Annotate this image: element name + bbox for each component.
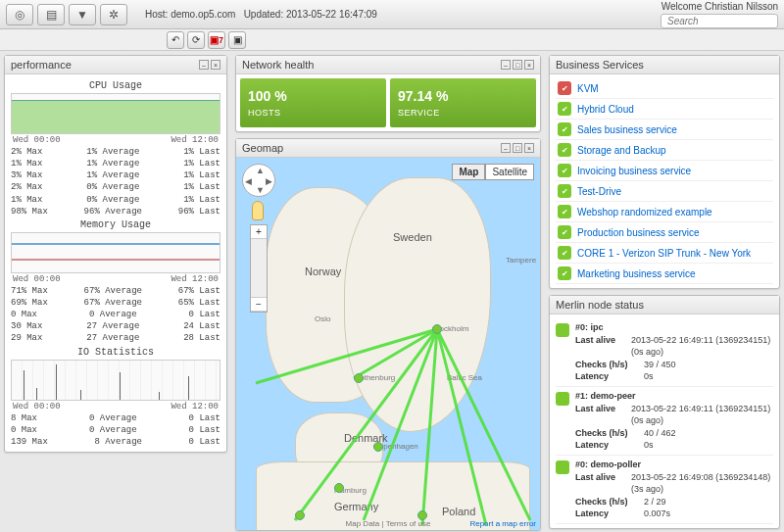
map-type-map[interactable]: Map [452, 164, 485, 180]
panel-close-icon[interactable]: × [211, 60, 220, 70]
svg-line-0 [256, 329, 437, 383]
host-alert-icon[interactable]: ▣7 [208, 31, 225, 49]
clipboard-icon[interactable]: ▤ [37, 4, 65, 25]
business-service-item[interactable]: ✔Webshop randomized example [556, 202, 773, 222]
stat-row: 8 Max0 Average0 Last [11, 412, 220, 424]
cpu-title: CPU Usage [11, 80, 220, 91]
shield-icon: ✔ [558, 81, 571, 95]
service-name: CORE 1 - Verizon SIP Trunk - New York [577, 248, 751, 259]
merlin-node: #0: demo-pollerLast alive2013-05-22 16:4… [556, 456, 773, 524]
service-name: Storage and Backup [577, 145, 666, 156]
shield-icon: ✔ [558, 143, 571, 157]
refresh-icon[interactable]: ⟳ [187, 31, 205, 49]
shield-icon: ✔ [558, 205, 571, 218]
svg-line-5 [437, 329, 530, 520]
shield-icon: ✔ [558, 246, 571, 260]
shield-icon: ✔ [558, 164, 571, 177]
panel-max-icon[interactable]: □ [513, 60, 522, 70]
network-health-panel: Network health –□× 100 % HOSTS 97.14 % S… [235, 55, 541, 132]
stat-row: 139 Max8 Average0 Last [11, 436, 220, 448]
stat-row: 1% Max0% Average1% Last [11, 194, 220, 206]
welcome-block: Welcome Christian Nilsson [661, 1, 778, 28]
network-health-title: Network health [242, 59, 314, 71]
service-name: Webshop randomized example [577, 207, 712, 218]
map-pan-control[interactable]: ▲▼◀▶ [242, 164, 275, 197]
svg-line-6 [354, 329, 437, 378]
shield-icon: ✔ [558, 184, 571, 198]
streetview-peg-icon[interactable] [252, 201, 264, 220]
shield-icon [556, 323, 569, 337]
service-name: Production business service [577, 227, 700, 238]
panel-min-icon[interactable]: – [501, 143, 511, 153]
merlin-title: Merlin node status [556, 299, 644, 311]
cpu-graph [11, 93, 220, 134]
svg-line-4 [437, 329, 486, 525]
stat-row: 2% Max0% Average1% Last [11, 181, 220, 193]
merlin-node: #0: ipcLast alive2013-05-22 16:49:11 (13… [556, 318, 773, 387]
gear-icon[interactable]: ✲ [100, 4, 127, 25]
sub-toolbar: ↶ ⟳ ▣7 ▣ [0, 29, 784, 51]
hosts-health: 100 % HOSTS [240, 78, 386, 127]
search-input[interactable] [661, 14, 778, 28]
map-zoom-control[interactable]: + − [250, 224, 268, 313]
eye-icon[interactable]: ◎ [6, 4, 33, 25]
zoom-out-icon[interactable]: − [251, 298, 267, 312]
panel-close-icon[interactable]: × [524, 143, 534, 153]
stat-row: 0 Max0 Average0 Last [11, 309, 220, 320]
business-service-item[interactable]: ✔Hybrid Cloud [556, 99, 773, 120]
business-service-item[interactable]: ✔Storage and Backup [556, 140, 773, 161]
service-name: KVM [577, 83, 599, 94]
welcome-text: Welcome Christian Nilsson [661, 1, 778, 12]
business-services-panel: Business Services ✔KVM✔Hybrid Cloud✔Sale… [549, 55, 780, 289]
geomap-panel: Geomap –□× Sweden Norway Denmark Germany… [235, 138, 541, 531]
stat-row: 29 Max27 Average28 Last [11, 332, 220, 344]
business-service-item[interactable]: ✔Test-Drive [556, 181, 773, 202]
zoom-in-icon[interactable]: + [251, 225, 267, 239]
service-name: Marketing business service [577, 268, 696, 279]
service-name: Invoicing business service [577, 166, 691, 176]
io-title: IO Statistics [11, 347, 220, 358]
map-type-satellite[interactable]: Satellite [485, 164, 534, 180]
host-info: Host: demo.op5.com Updated: 2013-05-22 1… [145, 9, 377, 20]
merlin-panel: Merlin node status #0: ipcLast alive2013… [549, 295, 780, 529]
business-service-item[interactable]: ✔Marketing business service [556, 264, 773, 284]
map-footer[interactable]: Map Data | Terms of use [346, 519, 431, 528]
service-name: Test-Drive [577, 186, 621, 197]
mem-graph [11, 232, 220, 273]
back-icon[interactable]: ↶ [167, 31, 184, 49]
stat-row: 69% Max67% Average65% Last [11, 297, 220, 309]
service-alert-icon[interactable]: ▣ [228, 31, 246, 49]
shield-icon [556, 460, 569, 474]
stat-row: 3% Max1% Average1% Last [11, 169, 220, 181]
performance-title: performance [11, 59, 72, 71]
filter-icon[interactable]: ▼ [69, 4, 96, 25]
shield-icon: ✔ [558, 122, 571, 136]
top-toolbar: ◎ ▤ ▼ ✲ Host: demo.op5.com Updated: 2013… [0, 0, 784, 29]
shield-icon [556, 392, 569, 406]
shield-icon: ✔ [558, 266, 571, 280]
geomap-title: Geomap [242, 142, 283, 154]
map-report-error[interactable]: Report a map error [469, 519, 536, 528]
map[interactable]: Sweden Norway Denmark Germany Poland Osl… [236, 158, 540, 530]
shield-icon: ✔ [558, 225, 571, 239]
business-service-item[interactable]: ✔CORE 1 - Verizon SIP Trunk - New York [556, 243, 773, 264]
business-service-item[interactable]: ✔Invoicing business service [556, 161, 773, 181]
stat-row: 30 Max27 Average24 Last [11, 320, 220, 332]
merlin-node: #1: demo-peerLast alive2013-05-22 16:49:… [556, 387, 773, 456]
business-service-item[interactable]: ✔KVM [556, 78, 773, 99]
stat-row: 98% Max96% Average96% Last [11, 206, 220, 218]
stat-row: 71% Max67% Average67% Last [11, 285, 220, 297]
panel-min-icon[interactable]: – [199, 60, 209, 70]
io-graph [11, 360, 220, 401]
business-service-item[interactable]: ✔Sales business service [556, 120, 773, 140]
service-health: 97.14 % SERVICE [390, 78, 536, 127]
panel-close-icon[interactable]: × [524, 60, 534, 70]
stat-row: 1% Max1% Average1% Last [11, 158, 220, 169]
panel-min-icon[interactable]: – [501, 60, 511, 70]
service-name: Hybrid Cloud [577, 104, 634, 115]
stat-row: 0 Max0 Average0 Last [11, 424, 220, 436]
business-service-item[interactable]: ✔Production business service [556, 222, 773, 243]
shield-icon: ✔ [558, 102, 571, 116]
panel-max-icon[interactable]: □ [513, 143, 522, 153]
svg-line-1 [295, 329, 437, 520]
